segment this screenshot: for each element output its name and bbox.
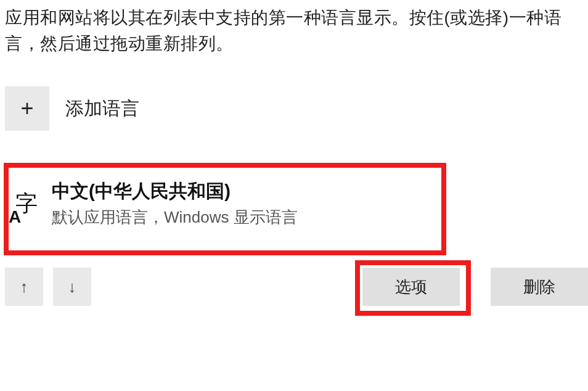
language-subtitle: 默认应用语言，Windows 显示语言 [52,207,298,228]
language-text: 中文(中华人民共和国) 默认应用语言，Windows 显示语言 [52,179,298,228]
arrow-up-icon: ↑ [20,278,28,297]
options-wrap: 选项 [356,261,466,312]
add-language-button[interactable]: + [5,86,49,131]
language-item-wrapper: 字 A 中文(中华人民共和国) 默认应用语言，Windows 显示语言 [5,168,588,244]
delete-button[interactable]: 删除 [491,268,588,306]
move-down-button[interactable]: ↓ [53,268,91,306]
language-name: 中文(中华人民共和国) [52,179,298,204]
options-button[interactable]: 选项 [362,268,460,306]
language-description: 应用和网站将以其在列表中支持的第一种语言显示。按住(或选择)一种语言，然后通过拖… [5,5,588,57]
add-language-label: 添加语言 [65,96,139,121]
action-row: ↑ ↓ 选项 删除 [5,261,588,312]
arrow-down-icon: ↓ [68,278,76,297]
add-language-row[interactable]: + 添加语言 [5,86,588,131]
language-item[interactable]: 字 A 中文(中华人民共和国) 默认应用语言，Windows 显示语言 [5,168,440,244]
move-up-button[interactable]: ↑ [5,268,43,306]
plus-icon: + [20,96,33,121]
language-glyph-icon: 字 A [12,189,41,219]
